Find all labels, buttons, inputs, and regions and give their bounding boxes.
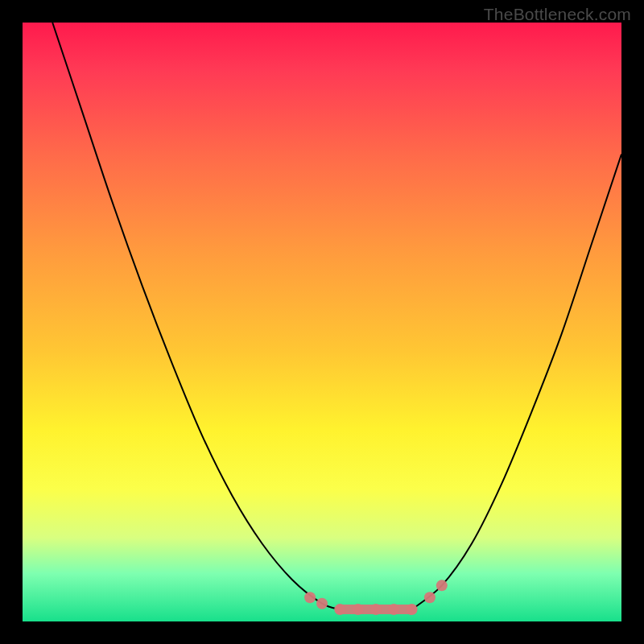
marker-dot bbox=[424, 592, 436, 603]
watermark-text: TheBottleneck.com bbox=[484, 5, 631, 24]
marker-dot bbox=[353, 604, 364, 615]
marker-dot bbox=[316, 598, 328, 609]
marker-dot bbox=[436, 580, 448, 591]
marker-dot bbox=[407, 604, 418, 615]
marker-dot bbox=[388, 604, 399, 615]
chart-svg bbox=[23, 23, 621, 621]
chart-frame bbox=[23, 23, 621, 621]
marker-dot bbox=[370, 604, 382, 615]
left-curve bbox=[52, 23, 340, 609]
right-curve bbox=[412, 155, 621, 609]
marker-group bbox=[304, 580, 448, 615]
marker-dot bbox=[334, 604, 345, 615]
marker-dot bbox=[304, 592, 316, 603]
